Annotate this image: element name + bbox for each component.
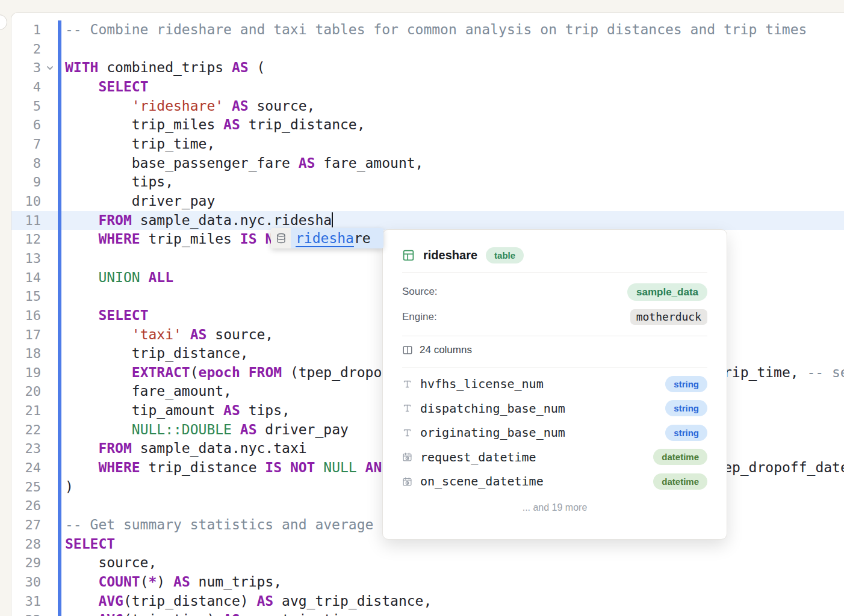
column-name: hvfhs_license_num bbox=[420, 377, 544, 391]
column-row: request_datetimedatetime bbox=[402, 445, 707, 470]
code-token: UNION bbox=[98, 270, 140, 285]
column-type-badge: string bbox=[665, 425, 707, 441]
columns-icon bbox=[402, 345, 413, 356]
code-line-30[interactable]: COUNT(*) AS num_trips, bbox=[65, 573, 844, 592]
code-token: ) bbox=[157, 574, 173, 590]
line-number: 19 bbox=[11, 363, 41, 383]
code-token: AVG bbox=[98, 593, 123, 609]
code-token: AS bbox=[232, 98, 249, 114]
code-token: WHERE bbox=[98, 231, 140, 247]
code-token: trip_miles bbox=[65, 117, 223, 132]
code-token: COUNT bbox=[98, 574, 140, 590]
columns-count-label: 24 columns bbox=[420, 344, 472, 356]
code-token: epoch bbox=[199, 365, 240, 380]
code-line-8[interactable]: base_passenger_fare AS fare_amount, bbox=[65, 154, 844, 173]
code-line-10[interactable]: driver_pay bbox=[65, 192, 844, 211]
line-number: 17 bbox=[11, 325, 41, 345]
code-token: source, bbox=[65, 555, 157, 570]
line-number: 6 bbox=[11, 116, 41, 135]
column-row: originating_base_numstring bbox=[402, 420, 707, 445]
code-token: AS bbox=[299, 155, 315, 171]
code-line-29[interactable]: source, bbox=[65, 553, 844, 573]
code-line-4[interactable]: SELECT bbox=[65, 78, 844, 97]
code-token: WITH bbox=[65, 60, 98, 75]
code-token: driver_pay bbox=[257, 422, 349, 437]
code-token: sample_data.nyc.ridesha bbox=[132, 212, 332, 228]
autocomplete-match-text: ridesha bbox=[296, 230, 354, 246]
code-token: fare_amount, bbox=[65, 383, 232, 399]
code-token bbox=[357, 460, 365, 475]
line-number: 23 bbox=[11, 439, 41, 458]
code-token: fare_amount, bbox=[315, 155, 423, 171]
code-token: IS bbox=[240, 231, 257, 247]
column-name: request_datetime bbox=[420, 450, 536, 464]
line-number: 31 bbox=[11, 592, 41, 611]
line-number: 9 bbox=[11, 173, 41, 192]
code-token: -- seconds to match rideshare bbox=[807, 365, 844, 380]
code-line-32[interactable]: AVG(trip_time) AS avg_trip_time, bbox=[65, 611, 844, 616]
chevron-down-icon[interactable] bbox=[45, 58, 55, 78]
code-token: base_passenger_fare bbox=[65, 155, 299, 171]
table-title: rideshare bbox=[423, 248, 477, 262]
code-line-1[interactable]: -- Combine rideshare and taxi tables for… bbox=[65, 20, 844, 40]
autocomplete-item-rideshare[interactable]: rideshare bbox=[271, 228, 383, 248]
column-row: dispatching_base_numstring bbox=[402, 396, 707, 421]
info-value-badge: motherduck bbox=[630, 309, 707, 325]
column-type-badge: datetime bbox=[653, 449, 707, 465]
code-token: combined_trips bbox=[98, 60, 232, 75]
code-line-7[interactable]: trip_time, bbox=[65, 135, 844, 154]
code-token: (trip_distance) bbox=[123, 593, 257, 609]
line-number: 32 bbox=[11, 611, 41, 616]
code-token bbox=[65, 270, 98, 285]
more-columns-label: ... and 19 more bbox=[402, 494, 707, 522]
column-row: on_scene_datetimedatetime bbox=[402, 469, 707, 494]
code-token: AS bbox=[232, 60, 249, 75]
code-line-9[interactable]: tips, bbox=[65, 173, 844, 192]
code-line-5[interactable]: 'rideshare' AS source, bbox=[65, 97, 844, 116]
code-token: trip_distance bbox=[140, 460, 265, 475]
text-type-icon bbox=[402, 403, 420, 413]
code-token bbox=[315, 460, 323, 475]
text-cursor bbox=[332, 212, 333, 227]
line-number: 27 bbox=[11, 516, 41, 535]
code-token bbox=[65, 440, 98, 456]
code-token: trip_distance, bbox=[240, 117, 365, 132]
code-token: SELECT bbox=[65, 536, 115, 552]
code-line-3[interactable]: WITH combined_trips AS ( bbox=[65, 58, 844, 78]
code-token bbox=[65, 79, 98, 94]
code-token: NOT bbox=[290, 460, 315, 475]
line-number: 13 bbox=[11, 249, 41, 268]
code-token bbox=[65, 307, 98, 323]
code-line-2[interactable] bbox=[65, 40, 844, 59]
gutter-line-numbers: 1234567891011121314151617181920212223242… bbox=[11, 20, 41, 616]
line-number: 18 bbox=[11, 344, 41, 363]
table-card-info-rows: Source:sample_dataEngine:motherduck bbox=[402, 273, 707, 330]
code-token bbox=[65, 574, 98, 590]
code-token: 'rideshare' bbox=[132, 98, 223, 114]
info-row-engine: Engine:motherduck bbox=[402, 304, 707, 330]
line-number: 10 bbox=[11, 192, 41, 211]
code-token bbox=[182, 327, 190, 342]
line-number: 15 bbox=[11, 287, 41, 306]
code-token: AS bbox=[223, 612, 240, 616]
code-line-31[interactable]: AVG(trip_distance) AS avg_trip_distance, bbox=[65, 592, 844, 611]
code-token bbox=[65, 593, 98, 609]
code-token: tip_amount bbox=[65, 402, 223, 418]
line-number: 30 bbox=[11, 573, 41, 592]
code-token: FROM bbox=[98, 212, 131, 228]
code-line-6[interactable]: trip_miles AS trip_distance, bbox=[65, 116, 844, 135]
line-number: 7 bbox=[11, 135, 41, 154]
line-number: 3 bbox=[11, 58, 41, 78]
code-line-11[interactable]: FROM sample_data.nyc.ridesha bbox=[65, 211, 844, 230]
code-token: AS bbox=[173, 574, 190, 590]
code-token bbox=[240, 365, 249, 380]
code-token: SELECT bbox=[98, 307, 148, 323]
changed-lines-bar bbox=[58, 20, 61, 616]
column-type-badge: string bbox=[665, 400, 707, 416]
code-token: IS bbox=[265, 460, 282, 475]
panel-edge-button[interactable] bbox=[0, 14, 7, 30]
code-token: SELECT bbox=[98, 79, 148, 94]
code-token: tips, bbox=[240, 402, 290, 418]
line-number: 5 bbox=[11, 97, 41, 116]
info-label: Source: bbox=[402, 286, 438, 298]
